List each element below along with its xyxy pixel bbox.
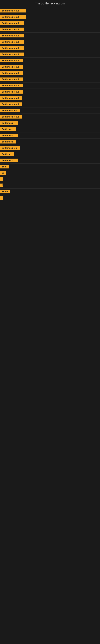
bottleneck-label: Bottle [0,190,10,194]
list-item: Bottleneck result [0,26,100,32]
list-item: Bottlene [0,151,100,158]
bottleneck-label: Bottleneck r [0,134,18,137]
bottleneck-label: Bottleneck result [0,115,22,118]
bottleneck-label: Bottlene [0,152,14,156]
bottleneck-label: Bottleneck result [0,46,24,50]
list-item: Bottlenec [0,126,100,132]
list-item: Bo [0,170,100,176]
list-item: | [0,176,100,182]
bottleneck-label: Bottleneck result [0,65,23,69]
bottleneck-label: Bott [0,165,9,168]
bottleneck-label: Bottleneck result [0,34,24,38]
list-item: Bottleneck result [0,32,100,39]
list-item: Bottleneck r [0,132,100,139]
list-item: Bottleneck result [0,45,100,51]
list-item: Bottleneck [0,139,100,145]
list-item: Bottleneck res [0,108,100,114]
bottleneck-label: Bottleneck result [0,71,23,75]
list-item: Bottleneck result [0,89,100,95]
bottleneck-label: Bottleneck result [0,96,22,100]
list-item: Bottleneck result [0,20,100,26]
bottleneck-label: Bottleneck r [0,158,18,162]
list-item: Bottleneck result [0,58,100,64]
bottleneck-label: Bottleneck result [0,78,23,81]
list-item: Bottleneck result [0,95,100,101]
bottleneck-label: Bottleneck [0,140,16,144]
bottleneck-label: Bottleneck result [0,9,26,12]
list-item: Bottleneck result [0,8,100,14]
list-item: Bottleneck r [0,120,100,126]
list-item: Bottleneck result [0,51,100,58]
bottleneck-label: Bottleneck result [0,102,22,106]
bottleneck-label: Bottleneck result [0,21,24,25]
bottleneck-label: B [0,184,3,187]
list-item: B [0,182,100,188]
bottleneck-label: Bottleneck result [0,40,24,44]
bottleneck-label: Bottleneck result [0,90,23,94]
bottleneck-label: Bottlenec [0,128,16,131]
bottleneck-label: Bottleneck r [0,121,18,125]
list-item: Bottleneck result [0,82,100,89]
bottleneck-label: Bottleneck result [0,28,24,31]
bottleneck-label: Bottleneck result [0,52,24,56]
bottleneck-label: Bottleneck result [0,15,26,19]
bottleneck-label: Bottleneck result [0,84,23,87]
bottleneck-label: Bo [0,171,6,175]
bottleneck-list: Bottleneck resultBottleneck resultBottle… [0,7,100,202]
bottleneck-label: Bottleneck result [0,59,23,62]
list-item: Bottleneck result [0,70,100,76]
list-item: Bottleneck result [0,101,100,108]
site-title: TheBottlenecker.com [0,0,100,7]
list-item: Bottleneck res [0,145,100,151]
list-item: Bottle [0,188,100,195]
list-item: Bottleneck r [0,158,100,164]
bottleneck-label: | [0,177,3,181]
list-item: Bottleneck result [0,114,100,120]
site-title-text: TheBottlenecker.com [35,2,65,5]
list-item: Bottleneck result [0,39,100,45]
list-item: | [0,195,100,201]
bottleneck-label: | [0,196,3,200]
list-item: Bottleneck result [0,76,100,82]
bottleneck-label: Bottleneck res [0,146,20,150]
bottleneck-label: Bottleneck res [0,109,20,112]
list-item: Bott [0,164,100,170]
list-item: Bottleneck result [0,14,100,20]
list-item: Bottleneck result [0,64,100,70]
